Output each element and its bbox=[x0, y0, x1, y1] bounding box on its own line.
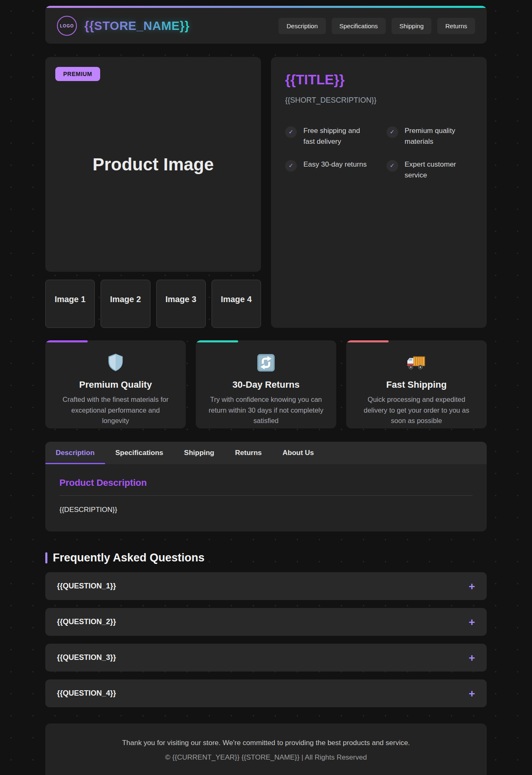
header-nav: Description Specifications Shipping Retu… bbox=[278, 18, 475, 34]
brand: LOGO {{STORE_NAME}} bbox=[57, 16, 190, 36]
product-info-panel: {{TITLE}} {{SHORT_DESCRIPTION}} ✓ Free s… bbox=[271, 57, 487, 328]
nav-returns-button[interactable]: Returns bbox=[437, 18, 475, 34]
feature-item: ✓ Easy 30-day returns bbox=[285, 159, 372, 181]
page-container: LOGO {{STORE_NAME}} Description Specific… bbox=[45, 0, 487, 775]
benefit-card-shipping: Fast Shipping Quick processing and exped… bbox=[346, 340, 487, 428]
benefit-title: Premium Quality bbox=[57, 379, 174, 390]
product-image-label: Product Image bbox=[93, 155, 214, 175]
faq-item-3[interactable]: {{QUESTION_3}} + bbox=[45, 644, 487, 672]
feature-item: ✓ Expert customer service bbox=[387, 159, 473, 181]
check-glyph: ✓ bbox=[288, 128, 293, 137]
faq-title: Frequently Asked Questions bbox=[53, 551, 204, 564]
feature-item: ✓ Free shipping and fast delivery bbox=[285, 125, 372, 148]
thumbnail-image-3[interactable]: Image 3 bbox=[156, 280, 206, 328]
product-short-description: {{SHORT_DESCRIPTION}} bbox=[285, 96, 473, 105]
plus-icon[interactable]: + bbox=[469, 617, 475, 627]
benefit-card-premium-quality: Premium Quality Crafted with the finest … bbox=[45, 340, 186, 428]
feature-text: Premium quality materials bbox=[405, 125, 473, 148]
gallery-column: PREMIUM Product Image Image 1 Image 2 Im… bbox=[45, 57, 261, 328]
tab-returns[interactable]: Returns bbox=[225, 442, 272, 464]
faq-question: {{QUESTION_2}} bbox=[57, 618, 116, 626]
benefit-description: Crafted with the finest materials for ex… bbox=[57, 394, 174, 426]
check-icon: ✓ bbox=[285, 126, 297, 138]
tab-about-us[interactable]: About Us bbox=[272, 442, 325, 464]
check-icon: ✓ bbox=[387, 126, 398, 138]
check-glyph: ✓ bbox=[288, 161, 293, 170]
check-icon: ✓ bbox=[285, 160, 297, 172]
store-logo: LOGO bbox=[57, 16, 77, 36]
tab-specifications[interactable]: Specifications bbox=[105, 442, 174, 464]
benefit-card-returns: 30-Day Returns Try with confidence knowi… bbox=[196, 340, 336, 428]
tab-content-heading: Product Description bbox=[59, 477, 473, 496]
plus-icon[interactable]: + bbox=[469, 581, 475, 592]
faq-question: {{QUESTION_4}} bbox=[57, 689, 116, 698]
feature-text: Free shipping and fast delivery bbox=[303, 125, 372, 148]
nav-shipping-button[interactable]: Shipping bbox=[392, 18, 431, 34]
benefit-cards: Premium Quality Crafted with the finest … bbox=[45, 340, 487, 428]
benefit-title: 30-Day Returns bbox=[207, 379, 325, 390]
plus-icon[interactable]: + bbox=[469, 652, 475, 663]
faq-item-2[interactable]: {{QUESTION_2}} + bbox=[45, 608, 487, 636]
benefit-title: Fast Shipping bbox=[358, 379, 475, 390]
details-tabs-card: Description Specifications Shipping Retu… bbox=[45, 442, 487, 531]
tab-shipping[interactable]: Shipping bbox=[174, 442, 225, 464]
footer-copyright: © {{CURRENT_YEAR}} {{STORE_NAME}} | All … bbox=[55, 753, 477, 762]
check-glyph: ✓ bbox=[390, 161, 395, 170]
tab-description[interactable]: Description bbox=[45, 442, 105, 464]
thumbnail-image-1[interactable]: Image 1 bbox=[45, 280, 95, 328]
product-section: PREMIUM Product Image Image 1 Image 2 Im… bbox=[45, 57, 487, 328]
thumbnail-strip: Image 1 Image 2 Image 3 Image 4 bbox=[45, 280, 261, 328]
benefit-description: Try with confidence knowing you can retu… bbox=[207, 394, 325, 426]
tab-bar: Description Specifications Shipping Retu… bbox=[45, 442, 487, 464]
card-accent-strip bbox=[346, 340, 389, 342]
tab-content: Product Description {{DESCRIPTION}} bbox=[45, 464, 487, 531]
store-logo-label: LOGO bbox=[60, 24, 74, 28]
truck-icon bbox=[358, 353, 475, 373]
faq-heading: Frequently Asked Questions bbox=[45, 551, 487, 564]
feature-list: ✓ Free shipping and fast delivery ✓ Prem… bbox=[285, 125, 473, 181]
feature-item: ✓ Premium quality materials bbox=[387, 125, 473, 148]
footer: Thank you for visiting our store. We're … bbox=[45, 723, 487, 775]
check-glyph: ✓ bbox=[390, 128, 395, 137]
feature-text: Expert customer service bbox=[405, 159, 473, 181]
returns-icon bbox=[207, 353, 325, 373]
nav-specifications-button[interactable]: Specifications bbox=[332, 18, 386, 34]
plus-icon[interactable]: + bbox=[469, 688, 475, 699]
store-name: {{STORE_NAME}} bbox=[84, 19, 190, 33]
faq-question: {{QUESTION_1}} bbox=[57, 582, 116, 590]
product-image-placeholder: PREMIUM Product Image bbox=[45, 57, 261, 272]
check-icon: ✓ bbox=[387, 160, 398, 172]
thumbnail-image-2[interactable]: Image 2 bbox=[101, 280, 150, 328]
card-accent-strip bbox=[196, 340, 238, 342]
card-accent-strip bbox=[45, 340, 88, 342]
benefit-description: Quick processing and expedited delivery … bbox=[358, 394, 475, 426]
nav-description-button[interactable]: Description bbox=[278, 18, 325, 34]
tab-content-body: {{DESCRIPTION}} bbox=[59, 506, 473, 514]
thumbnail-image-4[interactable]: Image 4 bbox=[212, 280, 261, 328]
feature-text: Easy 30-day returns bbox=[303, 159, 367, 170]
faq-item-4[interactable]: {{QUESTION_4}} + bbox=[45, 679, 487, 707]
premium-badge: PREMIUM bbox=[55, 67, 100, 81]
footer-message: Thank you for visiting our store. We're … bbox=[55, 739, 477, 747]
faq-question: {{QUESTION_3}} bbox=[57, 653, 116, 662]
product-title: {{TITLE}} bbox=[285, 72, 473, 88]
header: LOGO {{STORE_NAME}} Description Specific… bbox=[45, 6, 487, 44]
shield-icon bbox=[57, 353, 174, 373]
faq-item-1[interactable]: {{QUESTION_1}} + bbox=[45, 572, 487, 600]
faq-accent-bar bbox=[45, 552, 47, 563]
